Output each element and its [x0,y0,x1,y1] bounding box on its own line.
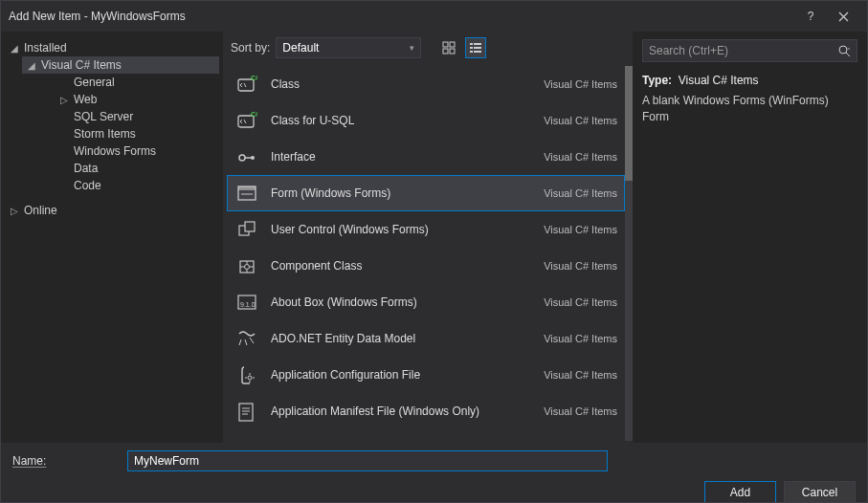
template-item[interactable]: Form (Windows Forms)Visual C# Items [227,175,625,211]
svg-rect-20 [245,222,255,231]
template-language: Visual C# Items [544,224,617,235]
tree-label: SQL Server [74,110,133,123]
svg-point-25 [248,376,252,380]
expand-icon: ▷ [9,206,20,216]
svg-rect-6 [470,47,473,49]
content-area: ◢ Installed ◢ Visual C# Items General▷We… [1,32,867,443]
tiles-icon [442,41,456,55]
template-item[interactable]: Application Configuration FileVisual C# … [227,357,625,393]
svg-rect-2 [443,49,448,54]
tree-label: General [74,76,115,89]
scrollbar[interactable] [625,66,633,441]
template-name: Class for U-SQL [271,114,544,127]
template-item[interactable]: C#Class for U-SQLVisual C# Items [227,102,625,139]
tree-node-sql-server[interactable]: SQL Server [55,108,219,125]
chevron-down-icon: ▾ [410,43,414,53]
view-list-button[interactable] [465,37,486,58]
name-label: Name: [12,454,118,468]
template-name: Component Class [271,259,544,273]
svg-rect-26 [239,404,253,421]
svg-point-14 [239,155,245,161]
svg-rect-1 [450,42,455,47]
svg-rect-4 [470,43,473,45]
expand-icon: ▷ [58,95,70,105]
tree-label: Storm Items [74,127,136,141]
sort-combo[interactable]: Default ▾ [276,37,421,58]
tree-node-visual-csharp-items[interactable]: ◢ Visual C# Items [22,56,219,74]
template-language: Visual C# Items [544,296,617,308]
tree-label: Code [74,179,101,192]
template-name: About Box (Windows Forms) [271,295,544,309]
scrollbar-thumb[interactable] [625,66,633,181]
tree-node-general[interactable]: General [55,74,219,91]
interface-icon [234,144,259,169]
ado-icon [234,326,259,351]
svg-rect-9 [474,51,481,53]
sort-value: Default [282,41,319,55]
titlebar: Add New Item - MyWindowsForms ? [1,1,867,32]
template-name: ADO.NET Entity Data Model [271,332,544,345]
svg-text:C#: C# [251,111,257,118]
tree-node-online[interactable]: ▷ Online [5,202,219,219]
search-placeholder: Search (Ctrl+E) [649,44,728,57]
usercontrol-icon [234,217,259,242]
svg-text:C#: C# [251,75,257,81]
tree-node-code[interactable]: Code [55,177,219,194]
template-language: Visual C# Items [544,405,617,417]
view-tiles-button[interactable] [438,37,459,58]
svg-text:9.1.0: 9.1.0 [240,301,256,308]
svg-point-27 [839,46,847,54]
cancel-button[interactable]: Cancel [784,481,856,503]
svg-rect-8 [470,51,473,53]
template-item[interactable]: User Control (Windows Forms)Visual C# It… [227,211,625,248]
svg-rect-18 [241,193,253,195]
template-item[interactable]: InterfaceVisual C# Items [227,139,625,175]
class-icon: C# [234,108,259,133]
template-list: C#ClassVisual C# ItemsC#Class for U-SQLV… [223,64,633,443]
tree-node-windows-forms[interactable]: Windows Forms [55,142,219,160]
template-name: Application Manifest File (Windows Only) [271,405,544,418]
svg-rect-17 [238,186,256,190]
tree-label: Installed [24,41,67,55]
template-item[interactable]: 9.1.0About Box (Windows Forms)Visual C# … [227,284,625,320]
template-language: Visual C# Items [544,333,617,344]
type-value: Visual C# Items [679,74,759,87]
template-item[interactable]: Component ClassVisual C# Items [227,248,625,284]
template-name: User Control (Windows Forms) [271,223,544,236]
window-title: Add New Item - MyWindowsForms [9,10,794,23]
template-name: Class [271,77,544,91]
form-icon [234,181,259,206]
svg-point-15 [251,156,255,160]
tree-label: Online [24,204,57,217]
search-icon [837,44,851,57]
help-button[interactable]: ? [794,5,827,29]
template-item[interactable]: ADO.NET Entity Data ModelVisual C# Items [227,320,625,357]
template-name: Application Configuration File [271,368,544,382]
tree-node-data[interactable]: Data [55,160,219,177]
template-language: Visual C# Items [544,115,617,126]
category-tree: ◢ Installed ◢ Visual C# Items General▷We… [1,32,223,443]
sort-label: Sort by: [231,41,270,55]
manifest-icon [234,399,259,424]
name-input[interactable] [127,450,608,471]
tree-node-storm-items[interactable]: Storm Items [55,125,219,142]
tree-node-installed[interactable]: ◢ Installed [5,39,219,56]
type-line: Type: Visual C# Items [642,74,857,87]
template-language: Visual C# Items [544,260,617,272]
svg-rect-0 [443,42,448,47]
template-item[interactable]: Application Manifest File (Windows Only)… [227,393,625,429]
template-language: Visual C# Items [544,187,617,199]
template-name: Interface [271,150,544,164]
template-item[interactable]: C#ClassVisual C# Items [227,66,625,102]
component-icon [234,253,259,278]
svg-rect-7 [474,47,481,49]
close-button[interactable] [827,5,859,29]
tree-node-web[interactable]: ▷Web [55,91,219,108]
list-icon [469,41,482,55]
template-name: Form (Windows Forms) [271,186,544,200]
svg-point-22 [245,265,250,270]
about-icon: 9.1.0 [234,290,259,315]
add-button[interactable]: Add [704,481,776,503]
search-input[interactable]: Search (Ctrl+E) [642,39,857,62]
template-language: Visual C# Items [544,369,617,381]
